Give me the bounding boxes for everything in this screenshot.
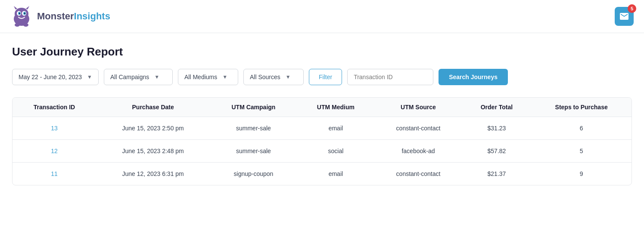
cell-purchase-date: June 12, 2023 6:31 pm: [96, 163, 210, 185]
svg-point-10: [15, 23, 20, 27]
sources-chevron-icon: ▼: [286, 74, 291, 80]
cell-transaction-id[interactable]: 13: [12, 117, 96, 140]
cell-utm-source: constant-contact: [374, 117, 462, 140]
cell-utm-medium: email: [297, 117, 375, 140]
cell-utm-source: facebook-ad: [374, 140, 462, 163]
logo-text: MonsterInsights: [37, 11, 110, 22]
cell-order-total: $57.82: [462, 140, 532, 163]
svg-point-1: [15, 8, 28, 20]
cell-utm-campaign: signup-coupon: [210, 163, 297, 185]
logo-monster-text: Monster: [37, 11, 74, 22]
svg-point-8: [19, 13, 20, 14]
logo-icon: [10, 5, 33, 28]
journeys-table-wrapper: Transaction ID Purchase Date UTM Campaig…: [12, 97, 632, 185]
cell-utm-campaign: summer-sale: [210, 140, 297, 163]
transaction-id-input[interactable]: [347, 69, 433, 85]
mediums-label: All Mediums: [184, 74, 217, 80]
inbox-button[interactable]: 5: [615, 7, 634, 26]
campaigns-chevron-icon: ▼: [154, 74, 159, 80]
notification-badge: 5: [628, 4, 636, 13]
table-row: 12 June 15, 2023 2:48 pm summer-sale soc…: [12, 140, 632, 163]
cell-steps: 5: [531, 140, 632, 163]
col-order-total: Order Total: [462, 98, 532, 117]
svg-marker-2: [14, 6, 17, 9]
col-utm-medium: UTM Medium: [297, 98, 375, 117]
cell-utm-source: constant-contact: [374, 163, 462, 185]
table-row: 13 June 15, 2023 2:50 pm summer-sale ema…: [12, 117, 632, 140]
cell-utm-medium: social: [297, 140, 375, 163]
svg-marker-3: [26, 6, 29, 9]
logo-area: MonsterInsights: [10, 5, 110, 28]
filters-row: May 22 - June 20, 2023 ▼ All Campaigns ▼…: [12, 69, 632, 85]
svg-point-9: [24, 13, 25, 14]
date-range-label: May 22 - June 20, 2023: [19, 74, 82, 80]
inbox-icon: [619, 11, 629, 22]
logo-insights-text: Insights: [74, 11, 110, 22]
date-range-select[interactable]: May 22 - June 20, 2023 ▼: [12, 69, 99, 85]
main-content: User Journey Report May 22 - June 20, 20…: [0, 33, 644, 194]
date-chevron-icon: ▼: [87, 74, 92, 80]
cell-transaction-id[interactable]: 12: [12, 140, 96, 163]
col-utm-campaign: UTM Campaign: [210, 98, 297, 117]
header: MonsterInsights 5: [0, 0, 644, 33]
header-right: 5: [615, 7, 634, 26]
table-body: 13 June 15, 2023 2:50 pm summer-sale ema…: [12, 117, 632, 185]
svg-point-11: [23, 23, 28, 27]
cell-order-total: $21.37: [462, 163, 532, 185]
cell-steps: 9: [531, 163, 632, 185]
campaigns-select[interactable]: All Campaigns ▼: [104, 69, 173, 85]
journeys-table: Transaction ID Purchase Date UTM Campaig…: [12, 98, 632, 185]
col-purchase-date: Purchase Date: [96, 98, 210, 117]
cell-utm-campaign: summer-sale: [210, 117, 297, 140]
cell-transaction-id[interactable]: 11: [12, 163, 96, 185]
cell-order-total: $31.23: [462, 117, 532, 140]
col-transaction-id: Transaction ID: [12, 98, 96, 117]
cell-utm-medium: email: [297, 163, 375, 185]
campaigns-label: All Campaigns: [110, 74, 149, 80]
table-row: 11 June 12, 2023 6:31 pm signup-coupon e…: [12, 163, 632, 185]
cell-steps: 6: [531, 117, 632, 140]
col-steps: Steps to Purchase: [531, 98, 632, 117]
table-header: Transaction ID Purchase Date UTM Campaig…: [12, 98, 632, 117]
filter-button[interactable]: Filter: [309, 69, 342, 85]
cell-purchase-date: June 15, 2023 2:48 pm: [96, 140, 210, 163]
cell-purchase-date: June 15, 2023 2:50 pm: [96, 117, 210, 140]
mediums-select[interactable]: All Mediums ▼: [178, 69, 238, 85]
mediums-chevron-icon: ▼: [222, 74, 227, 80]
page-title: User Journey Report: [12, 45, 632, 59]
sources-select[interactable]: All Sources ▼: [243, 69, 304, 85]
col-utm-source: UTM Source: [374, 98, 462, 117]
search-journeys-button[interactable]: Search Journeys: [439, 69, 508, 85]
sources-label: All Sources: [250, 74, 280, 80]
